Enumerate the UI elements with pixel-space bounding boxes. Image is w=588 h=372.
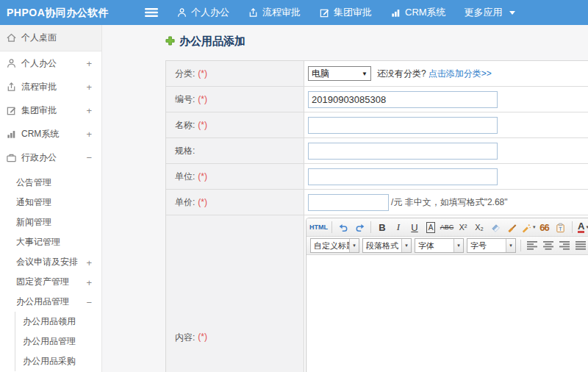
nav-group-approval[interactable]: 集团审批 [319,6,372,19]
blockquote-button[interactable]: 66 [537,220,552,235]
form-row-category: 分类: (*) 电脑 ▼ 还没有分类? 点击添加分类>> [166,61,588,87]
user-icon [176,7,187,18]
magic-format-pen-button[interactable]: ▾ [520,220,536,235]
category-select[interactable]: 电脑 ▼ [308,66,371,81]
font-size-select[interactable]: 字号 ▾ [467,238,516,253]
sidebar-item-supplies-requisition[interactable]: 办公用品领用 [15,312,101,332]
undo-button[interactable] [336,220,351,235]
select-label: 字体 [415,239,453,252]
bar-chart-icon [6,129,17,140]
nav-label: 流程审批 [262,6,301,19]
expand-plus-icon[interactable]: + [86,82,92,93]
sidebar-item-label: 办公用品管理 [23,335,76,348]
sidebar-item-label: 通知管理 [16,196,51,209]
superscript-button[interactable]: X² [456,220,470,235]
field-label: 分类: (*) [166,61,304,86]
sidebar-item-label: 新闻管理 [16,216,51,229]
nav-crm-system[interactable]: CRM系统 [390,6,446,19]
flow-share-icon [6,82,17,93]
source-code-button[interactable]: HTML [309,220,328,235]
field-value [304,138,588,163]
italic-button[interactable]: I [391,220,406,235]
expand-plus-icon[interactable]: + [86,58,92,69]
align-right-icon[interactable] [557,238,572,253]
subscript-button[interactable]: X₂ [472,220,487,235]
field-value [304,112,588,137]
sidebar-item-personal-office[interactable]: 个人办公 + [0,51,101,75]
sidebar-item-meeting-mgmt[interactable]: 会议申请及安排 + [0,252,101,272]
collapse-minus-icon[interactable]: − [86,296,92,307]
caret-down-icon: ▾ [533,224,536,230]
sidebar-subgroup-office-supplies: 办公用品领用 办公用品管理 办公用品采购 [15,312,101,371]
price-input[interactable] [308,194,389,211]
field-value: 电脑 ▼ 还没有分类? 点击添加分类>> [304,61,588,86]
sidebar-item-group-approval[interactable]: 集团审批 + [0,99,101,122]
flow-share-icon [248,7,259,18]
sidebar-item-label: 个人办公 [21,57,57,70]
sidebar-item-notice-mgmt[interactable]: 通知管理 [0,193,101,212]
unit-input[interactable] [308,168,498,185]
expand-plus-icon[interactable]: + [86,276,92,287]
toolbar-separator [572,221,573,233]
select-caret-icon: ▼ [362,71,368,77]
form-row-unit: 单位: (*) [166,164,588,190]
custom-title-select[interactable]: 自定义标题 ▾ [310,238,359,253]
nav-personal-office[interactable]: 个人办公 [176,6,229,19]
sidebar-item-announcement-mgmt[interactable]: 公告管理 [0,173,101,193]
underline-button[interactable]: U [407,220,422,235]
sidebar-item-personal-desktop[interactable]: 个人桌面 [0,25,101,51]
font-color-button[interactable]: A ▾ [576,220,588,235]
sidebar-item-label: 办公用品领用 [23,315,76,328]
sidebar-item-office-supplies-mgmt[interactable]: 办公用品管理 − [0,292,101,312]
sidebar-item-supplies-purchase[interactable]: 办公用品采购 [15,351,101,371]
redo-button[interactable] [352,220,367,235]
add-category-link[interactable]: 点击添加分类>> [429,68,492,80]
align-justify-icon[interactable] [573,238,588,253]
name-input[interactable] [308,117,498,134]
select-caret-icon: ▾ [506,239,515,252]
top-navbar: PHPOA协同办公软件 个人办公 流程审批 集团审批 [0,0,588,25]
field-value: HTML B I U A [304,215,588,372]
paragraph-format-select[interactable]: 段落格式 ▾ [362,238,412,253]
collapse-minus-icon[interactable]: − [86,152,92,163]
sidebar-item-admin-office[interactable]: 行政办公 − [0,146,101,169]
label-text: 单位: [175,171,195,183]
expand-plus-icon[interactable]: + [86,257,92,268]
sidebar-item-crm-system[interactable]: CRM系统 + [0,122,101,146]
nav-more-apps[interactable]: 更多应用 [465,6,515,19]
label-text: 单价: [175,196,195,209]
nav-label: CRM系统 [405,6,446,19]
field-value [304,164,588,189]
form-row-content: 内容: (*) HTML [166,215,588,372]
eraser-format-button[interactable] [488,220,503,235]
form-row-price: 单价: (*) /元 非中文，如填写格式"2.68" [166,190,588,215]
editor-content-area[interactable] [306,255,588,372]
code-input[interactable] [308,91,498,108]
home-icon [6,32,17,43]
align-left-icon[interactable] [525,238,539,253]
paste-as-text-button[interactable]: T [553,220,568,235]
sidebar-item-news-mgmt[interactable]: 新闻管理 [0,212,101,232]
caret-down-icon [509,11,515,15]
sidebar-item-label: CRM系统 [21,128,59,140]
sidebar-item-events-mgmt[interactable]: 大事记管理 [0,232,101,252]
strikethrough-button[interactable]: ABC [440,220,454,235]
align-center-icon[interactable] [541,238,556,253]
spec-input[interactable] [308,143,498,160]
sidebar-item-fixed-assets-mgmt[interactable]: 固定资产管理 + [0,272,101,292]
editor-toolbar-row1: HTML B I U A [306,218,588,237]
sidebar-item-workflow-approval[interactable]: 流程审批 + [0,75,101,99]
sidebar-item-supplies-manage[interactable]: 办公用品管理 [15,332,101,351]
hamburger-menu-icon[interactable] [144,7,159,21]
label-text: 内容: [175,332,195,344]
format-painter-brush-icon[interactable] [504,220,519,235]
brand-title: PHPOA协同办公软件 [7,0,109,25]
nav-workflow-approval[interactable]: 流程审批 [248,6,301,19]
expand-plus-icon[interactable]: + [86,105,92,116]
expand-plus-icon[interactable]: + [86,129,92,140]
label-text: 规格: [175,145,195,157]
autotypeset-button[interactable]: A [423,220,438,235]
form-row-code: 编号: (*) [166,87,588,112]
font-family-select[interactable]: 字体 ▾ [415,238,464,253]
bold-button[interactable]: B [375,220,390,235]
